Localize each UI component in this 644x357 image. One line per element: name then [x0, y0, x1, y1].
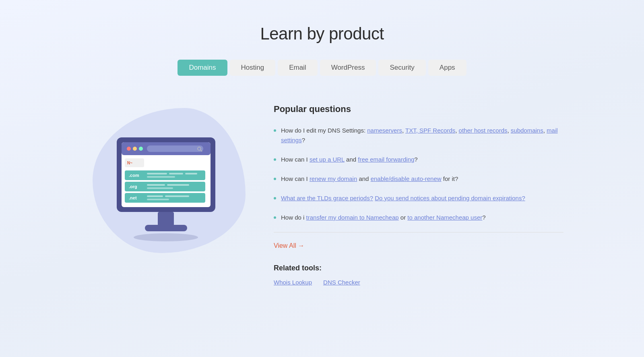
link-nameservers[interactable]: nameservers	[367, 127, 402, 134]
svg-rect-19	[147, 184, 165, 186]
svg-point-29	[134, 233, 198, 241]
link-free-email-forwarding[interactable]: free email forwarding	[358, 156, 414, 163]
tab-wordpress[interactable]: WordPress	[320, 60, 376, 76]
bullet-icon	[274, 129, 276, 132]
link-set-up-url[interactable]: set up a URL	[310, 156, 345, 163]
svg-rect-14	[169, 173, 183, 174]
svg-rect-20	[167, 184, 189, 186]
questions-list: How do I edit my DNS Settings: nameserve…	[274, 126, 564, 222]
bullet-icon	[274, 178, 276, 180]
page-title: Learn by product	[16, 24, 628, 44]
link-renew-domain[interactable]: renew my domain	[310, 175, 357, 182]
svg-rect-26	[147, 199, 169, 200]
svg-point-3	[127, 147, 131, 151]
bullet-icon	[274, 197, 276, 199]
svg-text:.com: .com	[129, 173, 139, 178]
question-text: What are the TLDs grace periods? Do you …	[281, 193, 564, 203]
link-dns-checker[interactable]: DNS Checker	[323, 279, 360, 286]
bullet-icon	[274, 158, 276, 161]
svg-rect-16	[147, 176, 175, 178]
related-tools-title: Related tools:	[274, 264, 564, 272]
link-tld-grace-periods[interactable]: What are the TLDs grace periods?	[281, 195, 373, 201]
question-item: What are the TLDs grace periods? Do you …	[274, 193, 564, 203]
link-domain-expiration-notices[interactable]: Do you send notices about pending domain…	[375, 195, 525, 201]
content-area: N~ .com .org .net	[80, 100, 564, 286]
bullet-icon	[274, 216, 276, 219]
question-item: How can I renew my domain and enable/dis…	[274, 174, 564, 184]
view-all-link[interactable]: View All →	[274, 242, 304, 249]
question-item: How can I set up a URL and free email fo…	[274, 155, 564, 164]
svg-rect-15	[185, 173, 197, 174]
tab-email[interactable]: Email	[278, 60, 318, 76]
question-text: How do I edit my DNS Settings: nameserve…	[281, 126, 564, 145]
question-text: How do i transfer my domain to Namecheap…	[281, 213, 564, 222]
svg-text:.org: .org	[129, 184, 137, 189]
svg-rect-13	[147, 173, 167, 174]
divider	[274, 232, 564, 232]
questions-side: Popular questions How do I edit my DNS S…	[274, 100, 564, 286]
svg-point-5	[139, 147, 143, 151]
svg-rect-6	[147, 145, 203, 152]
svg-rect-27	[158, 212, 174, 226]
svg-text:.net: .net	[129, 195, 137, 200]
question-text: How can I renew my domain and enable/dis…	[281, 174, 564, 184]
link-subdomains[interactable]: subdomains	[511, 127, 543, 134]
svg-rect-28	[145, 225, 187, 231]
svg-rect-25	[165, 195, 189, 197]
tabs-container: Domains Hosting Email WordPress Security…	[16, 60, 628, 76]
tab-domains[interactable]: Domains	[178, 60, 227, 76]
svg-text:N~: N~	[127, 161, 132, 165]
tab-hosting[interactable]: Hosting	[230, 60, 276, 76]
link-transfer-to-user[interactable]: to another Namecheap user	[407, 214, 482, 221]
illustration-side: N~ .com .org .net	[80, 100, 250, 269]
monitor-illustration: N~ .com .org .net	[101, 125, 229, 256]
question-text: How can I set up a URL and free email fo…	[281, 155, 564, 164]
svg-rect-22	[125, 193, 205, 203]
related-tools-section: Related tools: Whois Lookup DNS Checker	[274, 264, 564, 286]
link-transfer-to-namecheap[interactable]: transfer my domain to Namecheap	[306, 214, 399, 221]
link-txt-spf[interactable]: TXT, SPF Records	[405, 127, 455, 134]
popular-questions-title: Popular questions	[274, 104, 564, 114]
related-tools-links: Whois Lookup DNS Checker	[274, 279, 564, 286]
svg-rect-21	[147, 187, 173, 189]
svg-rect-24	[147, 195, 163, 197]
svg-point-4	[133, 147, 137, 151]
question-item: How do I edit my DNS Settings: nameserve…	[274, 126, 564, 145]
tab-apps[interactable]: Apps	[428, 60, 466, 76]
question-item: How do i transfer my domain to Namecheap…	[274, 213, 564, 222]
link-whois-lookup[interactable]: Whois Lookup	[274, 279, 312, 286]
link-auto-renew[interactable]: enable/disable auto-renew	[371, 175, 442, 182]
link-other-host-records[interactable]: other host records	[459, 127, 508, 134]
tab-security[interactable]: Security	[378, 60, 425, 76]
